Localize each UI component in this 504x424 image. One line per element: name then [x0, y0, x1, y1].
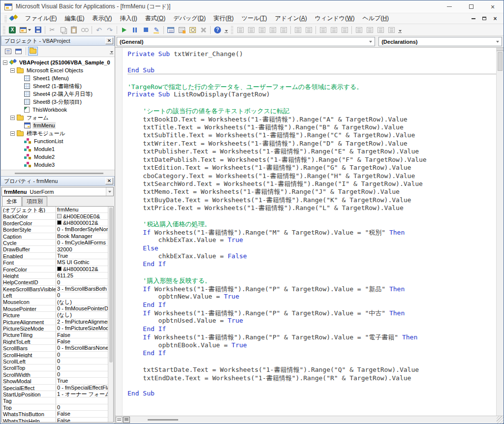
code-line-18[interactable]: txtMemo.Text = Worksheets("1-書籍情報").Rang… [127, 187, 496, 195]
prop-row-BorderColor[interactable]: BorderColor&H80000012& [2, 220, 108, 226]
prop-value[interactable] [56, 397, 108, 403]
split-handle[interactable] [497, 48, 504, 51]
tree-item-vbaproject-251006vba-sample-0[interactable]: VBAProject (251006VBA_Sample_0 [1, 59, 115, 66]
view-code-button[interactable] [3, 47, 13, 56]
prop-value[interactable]: 0 [56, 364, 108, 370]
prop-row-ScrollBars[interactable]: ScrollBars0 - fmScrollBarsNone [2, 345, 108, 351]
prop-row-KeepScrollBarsVisible[interactable]: KeepScrollBarsVisible3 - fmScrollBarsBot… [2, 286, 108, 292]
prop-row-ScrollHeight[interactable]: ScrollHeight0 [2, 352, 108, 358]
code-line-1[interactable]: Private Sub txtWriter_Change() [127, 50, 496, 58]
full-module-view-button[interactable] [123, 417, 130, 423]
prop-value[interactable]: True [56, 378, 108, 384]
code-line-13[interactable]: txtPublisher.Text = Worksheets("1-書籍情報")… [127, 147, 496, 155]
save-button[interactable] [32, 25, 43, 35]
menu-r[interactable]: 実行(R) [210, 13, 238, 24]
menu-a[interactable]: アドイン(A) [271, 13, 311, 24]
object-dropdown[interactable]: (General) [117, 37, 375, 46]
code-line-7[interactable] [127, 99, 496, 107]
prop-row-ScrollWidth[interactable]: ScrollWidth0 [2, 371, 108, 378]
prop-value[interactable]: False [56, 411, 108, 417]
prop-value[interactable]: True [56, 253, 108, 259]
prop-row-Enabled[interactable]: EnabledTrue [2, 253, 108, 259]
code-line-2[interactable] [127, 58, 496, 66]
project-explorer-button[interactable] [165, 25, 176, 35]
code-line-21[interactable] [127, 212, 496, 220]
mdi-close-button[interactable]: × [490, 15, 501, 23]
code-line-32[interactable]: End If [127, 301, 496, 309]
code-line-23[interactable]: If Worksheets("1-書籍情報").Range("M" & Targ… [127, 228, 496, 236]
code-line-28[interactable] [127, 269, 496, 276]
prop-row-Cycle[interactable]: Cycle0 - fmCycleAllForms [2, 240, 108, 246]
tree-item-[interactable]: フォーム [1, 114, 115, 121]
tab-categorized[interactable]: 項目別 [22, 196, 47, 206]
code-line-40[interactable]: txtStartDate.Text = Worksheets("1-書籍情報")… [127, 365, 496, 373]
tree-item-sheet8-3[interactable]: Sheet8 (3-分類項目) [1, 98, 115, 106]
code-line-25[interactable]: Else [127, 244, 496, 252]
properties-window-button[interactable] [176, 25, 187, 35]
prop-value[interactable]: 2 - fmPictureAlignmentCenter [56, 319, 108, 325]
tree-item-frmmenu[interactable]: frmMenu [1, 121, 115, 129]
prop-value[interactable]: frmMenu [56, 207, 108, 212]
margin-indicator-bar[interactable] [115, 48, 123, 416]
code-line-24[interactable]: chkbExTax.Value = True [127, 236, 496, 244]
code-line-9[interactable]: txtBookID.Text = Worksheets("1-書籍情報").Ra… [127, 115, 496, 123]
prop-row-PictureSizeMode[interactable]: PictureSizeMode0 - fmPictureSizeModeClip [2, 325, 108, 332]
prop-value[interactable]: (なし) [56, 299, 108, 304]
prop-row-ForeColor[interactable]: ForeColor&H80000012& [2, 266, 108, 273]
procedure-view-button[interactable] [116, 417, 123, 423]
code-line-37[interactable]: opbtnEBook.Value = True [127, 341, 496, 349]
prop-row-Height[interactable]: Height611.25 [2, 273, 108, 279]
procedure-dropdown[interactable]: (Declarations) [378, 37, 502, 46]
prop-row-MousePointer[interactable]: MousePointer0 - fmMousePointerDefault [2, 305, 108, 312]
menu-o[interactable]: 書式(O) [141, 13, 169, 24]
prop-value[interactable]: (なし) [56, 312, 108, 318]
code-horizontal-scrollbar[interactable] [133, 416, 497, 424]
prop-row-Font[interactable]: FontMS UI Gothic [2, 259, 108, 266]
prop-row-WhatsThisHelp[interactable]: WhatsThisHelpFalse [2, 418, 108, 423]
prop-row-[interactable]: (オブジェクト名)frmMenu [2, 207, 108, 213]
insert-userform-button[interactable] [18, 25, 32, 35]
collapse-expander[interactable] [10, 116, 15, 120]
prop-value[interactable]: 0 [56, 279, 108, 285]
collapse-expander[interactable] [3, 61, 7, 65]
reset-button[interactable] [140, 25, 151, 35]
prop-row-Top[interactable]: Top0 [2, 404, 108, 411]
collapse-expander[interactable] [10, 68, 15, 73]
prop-value[interactable]: False [56, 332, 108, 337]
maximize-button[interactable] [460, 0, 482, 13]
prop-row-Picture[interactable]: Picture(なし) [2, 312, 108, 318]
prop-value[interactable]: 0 [56, 404, 108, 410]
edit-toolbar-overflow-button[interactable] [398, 26, 402, 34]
prop-row-BackColor[interactable]: BackColor&H00E0E0E0& [2, 213, 108, 219]
close-button[interactable]: × [482, 0, 504, 13]
code-line-14[interactable]: txtDatePublish.Text = Worksheets("1-書籍情報… [127, 155, 496, 163]
prop-row-PictureAlignment[interactable]: PictureAlignment2 - fmPictureAlignmentCe… [2, 319, 108, 325]
prop-row-HelpContextID[interactable]: HelpContextID0 [2, 279, 108, 285]
prop-row-ScrollLeft[interactable]: ScrollLeft0 [2, 358, 108, 364]
prop-row-MouseIcon[interactable]: MouseIcon(なし) [2, 299, 108, 305]
design-mode-button[interactable] [151, 25, 162, 35]
code-line-6[interactable]: Private Sub ListRowDisplay(TargetRow) [127, 91, 496, 98]
code-line-29[interactable]: '購入形態を反映する。 [127, 276, 496, 284]
prop-row-Tag[interactable]: Tag [2, 397, 108, 404]
prop-row-PictureTiling[interactable]: PictureTilingFalse [2, 332, 108, 338]
code-line-31[interactable]: opbtnNew.Value = True [127, 293, 496, 301]
menu-t[interactable]: ツール(T) [238, 13, 271, 24]
prop-value[interactable]: 611.25 [56, 273, 108, 278]
prop-row-StartUpPosition[interactable]: StartUpPosition1 - オーナー フォームの中央 [2, 391, 108, 397]
prop-row-ScrollTop[interactable]: ScrollTop0 [2, 364, 108, 371]
code-line-26[interactable]: chkbExTax.Value = False [127, 252, 496, 260]
prop-value[interactable]: 0 - fmCycleAllForms [56, 240, 108, 245]
code-line-34[interactable]: opbtnUsed.Value = True [127, 317, 496, 325]
toolbar-grip[interactable] [3, 26, 5, 34]
prop-row-RightToLeft[interactable]: RightToLeftFalse [2, 338, 108, 345]
code-line-42[interactable] [127, 382, 496, 390]
code-line-38[interactable]: End If [127, 349, 496, 357]
mdi-minimize-button[interactable] [468, 15, 479, 23]
menu-d[interactable]: デバッグ(D) [169, 13, 210, 24]
object-browser-button[interactable] [187, 25, 198, 35]
prop-value[interactable]: &H80000012& [56, 266, 108, 272]
code-line-22[interactable]: '税込購入価格の処理。 [127, 220, 496, 228]
prop-value[interactable]: 0 [56, 352, 108, 358]
tab-alphabetic[interactable]: 全体 [2, 196, 22, 206]
